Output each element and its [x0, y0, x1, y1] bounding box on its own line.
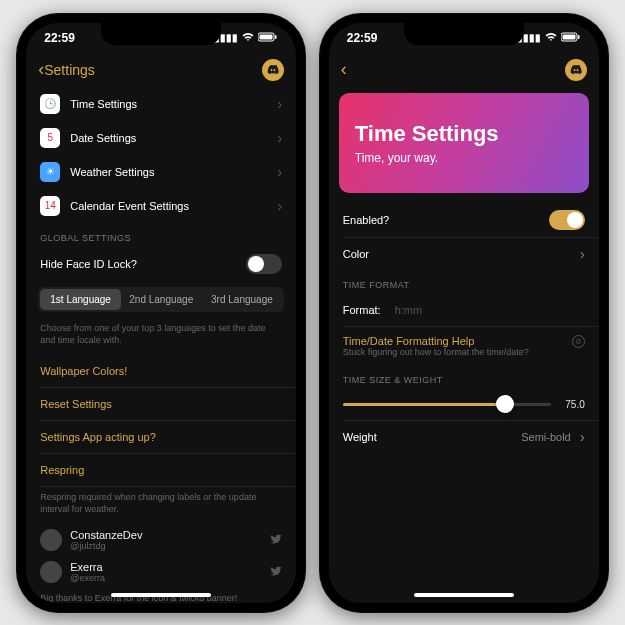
nav-bar: ‹ Settings: [26, 53, 296, 87]
settings-row[interactable]: 14Calendar Event Settings: [26, 189, 296, 223]
right-phone: 22:59 ▮▮▮▮ ‹ Time Settings Tim: [319, 13, 609, 613]
twitter-icon[interactable]: [270, 533, 282, 547]
color-row[interactable]: Color: [329, 238, 599, 270]
clock: 22:59: [44, 31, 75, 45]
settings-row[interactable]: 5Date Settings: [26, 121, 296, 155]
row-label: Time Settings: [70, 98, 137, 110]
time-format-header: TIME FORMAT: [329, 270, 599, 294]
back-button[interactable]: ‹: [341, 59, 347, 80]
battery-icon: [561, 32, 581, 44]
right-screen: 22:59 ▮▮▮▮ ‹ Time Settings Tim: [329, 23, 599, 603]
svg-rect-4: [562, 34, 575, 39]
action-row[interactable]: Respring: [26, 454, 296, 486]
battery-icon: [258, 32, 278, 44]
enabled-row[interactable]: Enabled?: [329, 203, 599, 237]
credit-handle: @julztdg: [70, 541, 142, 551]
row-icon: 5: [40, 128, 60, 148]
enabled-label: Enabled?: [343, 214, 549, 226]
credit-name: Exerra: [70, 561, 105, 573]
row-icon: 14: [40, 196, 60, 216]
hero-title: Time Settings: [355, 121, 573, 147]
settings-row[interactable]: 🕒Time Settings: [26, 87, 296, 121]
row-label: Calendar Event Settings: [70, 200, 189, 212]
format-input[interactable]: h:mm: [395, 304, 423, 316]
formatting-help-sub: Stuck figuring out how to format the tim…: [343, 347, 572, 357]
row-icon: ☀: [40, 162, 60, 182]
formatting-help-label: Time/Date Formatting Help: [343, 335, 572, 347]
weight-row[interactable]: Weight Semi-bold: [329, 421, 599, 453]
language-hint: Choose from one of your top 3 languages …: [26, 318, 296, 355]
wifi-icon: [242, 32, 254, 44]
action-row[interactable]: Wallpaper Colors!: [26, 355, 296, 387]
notch: [101, 23, 221, 45]
nav-bar: ‹: [329, 53, 599, 87]
size-slider[interactable]: [343, 403, 551, 406]
action-label: Reset Settings: [40, 398, 112, 410]
format-row[interactable]: Format: h:mm: [329, 294, 599, 326]
hide-faceid-row[interactable]: Hide Face ID Lock?: [26, 247, 296, 281]
segment-item[interactable]: 1st Language: [40, 289, 121, 310]
svg-rect-1: [260, 34, 273, 39]
back-chevron-icon: ‹: [341, 59, 347, 80]
status-icons: ▮▮▮▮: [517, 32, 581, 44]
twitter-icon[interactable]: [270, 565, 282, 579]
action-label: Settings App acting up?: [40, 431, 156, 443]
action-label: Wallpaper Colors!: [40, 365, 127, 377]
avatar: [40, 561, 62, 583]
discord-icon[interactable]: [262, 59, 284, 81]
clock: 22:59: [347, 31, 378, 45]
info-icon: ⊘: [572, 335, 585, 348]
hero-subtitle: Time, your way.: [355, 151, 573, 165]
hero-banner: Time Settings Time, your way.: [339, 93, 589, 193]
home-indicator[interactable]: [111, 593, 211, 597]
credit-name: ConstanzeDev: [70, 529, 142, 541]
respring-hint: Respring required when changing labels o…: [26, 487, 296, 524]
back-button[interactable]: ‹ Settings: [38, 59, 95, 80]
slider-thumb[interactable]: [496, 395, 514, 413]
hide-faceid-label: Hide Face ID Lock?: [40, 258, 246, 270]
row-label: Date Settings: [70, 132, 136, 144]
row-icon: 🕒: [40, 94, 60, 114]
row-label: Weather Settings: [70, 166, 154, 178]
size-weight-header: TIME SIZE & WEIGHT: [329, 365, 599, 389]
action-row[interactable]: Settings App acting up?: [26, 421, 296, 453]
svg-rect-5: [578, 35, 580, 39]
weight-label: Weight: [343, 431, 521, 443]
global-settings-header: GLOBAL SETTINGS: [26, 223, 296, 247]
format-label: Format:: [343, 304, 381, 316]
color-label: Color: [343, 248, 585, 260]
avatar: [40, 529, 62, 551]
discord-icon[interactable]: [565, 59, 587, 81]
credit-handle: @exerra: [70, 573, 105, 583]
wifi-icon: [545, 32, 557, 44]
left-screen: 22:59 ▮▮▮▮ ‹ Settings 🕒Time Settings5D: [26, 23, 296, 603]
credit-row[interactable]: Exerra@exerra: [26, 556, 296, 588]
action-row[interactable]: Reset Settings: [26, 388, 296, 420]
nav-title: Settings: [44, 62, 95, 78]
notch: [404, 23, 524, 45]
left-phone: 22:59 ▮▮▮▮ ‹ Settings 🕒Time Settings5D: [16, 13, 306, 613]
language-segmented[interactable]: 1st Language2nd Language3rd Language: [38, 287, 284, 312]
credit-row[interactable]: ConstanzeDev@julztdg: [26, 524, 296, 556]
size-slider-row[interactable]: 75.0: [329, 389, 599, 420]
segment-item[interactable]: 2nd Language: [121, 289, 202, 310]
slider-value: 75.0: [559, 399, 585, 410]
status-icons: ▮▮▮▮: [214, 32, 278, 44]
enabled-toggle[interactable]: [549, 210, 585, 230]
hide-faceid-toggle[interactable]: [246, 254, 282, 274]
right-content: Time Settings Time, your way. Enabled? C…: [329, 87, 599, 603]
settings-row[interactable]: ☀Weather Settings: [26, 155, 296, 189]
segment-item[interactable]: 3rd Language: [202, 289, 283, 310]
svg-rect-2: [275, 35, 277, 39]
weight-value: Semi-bold: [521, 431, 571, 443]
left-content: 🕒Time Settings5Date Settings☀Weather Set…: [26, 87, 296, 603]
formatting-help-row[interactable]: Time/Date Formatting Help Stuck figuring…: [329, 327, 599, 365]
home-indicator[interactable]: [414, 593, 514, 597]
action-label: Respring: [40, 464, 84, 476]
